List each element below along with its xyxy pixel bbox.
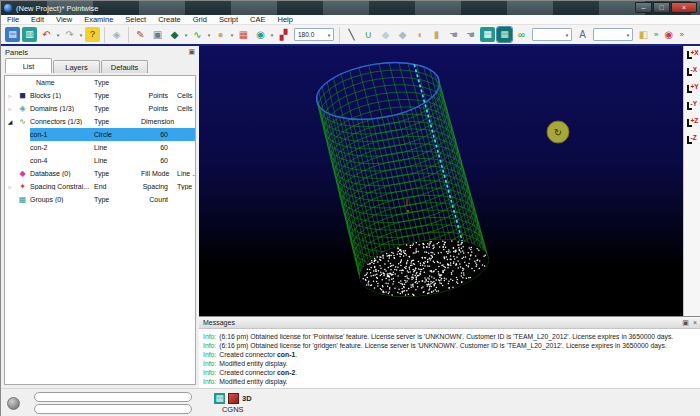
view-plusx-button[interactable]: +X — [685, 48, 700, 63]
toolbar: ▤▥↶▾↷▾?◈✎▣◆▾∿▾●▾▦◉▾▞180.0▾╲∪◆◆◖▮☚☚▦▦∞▾A▾… — [1, 25, 700, 44]
extrude-block-icon[interactable]: ▮ — [429, 27, 444, 42]
domain-tool-icon[interactable]: ◆ — [378, 27, 393, 42]
toolbar-overflow-2[interactable]: » — [679, 30, 683, 39]
toolbar-separator — [104, 27, 105, 43]
solid-diamond-icon[interactable]: ◆ — [167, 27, 182, 42]
tree-row-value1: Count — [141, 196, 168, 203]
menu-edit[interactable]: Edit — [25, 15, 50, 25]
spacing-combo-caret-icon[interactable]: ▾ — [624, 32, 632, 38]
tree-row-domains-1-3-[interactable]: ▹◈Domains (1/3)TypePointsCells — [5, 102, 195, 115]
messages-float-icon[interactable]: ▣ — [682, 319, 689, 327]
spline-icon-caret-icon[interactable]: ▾ — [206, 32, 212, 38]
undo-icon[interactable]: ↶ — [39, 27, 54, 42]
tree-row-con-2[interactable]: con-2Line60 — [5, 141, 195, 154]
redo-icon[interactable]: ↷ — [62, 27, 77, 42]
mask-teal-icon[interactable]: ◉ — [253, 27, 268, 42]
domain-tool2-icon[interactable]: ◆ — [395, 27, 410, 42]
paintbrush-icon[interactable]: ✎ — [133, 27, 148, 42]
angle-combo-caret-icon[interactable]: ▾ — [325, 32, 333, 38]
maximize-button[interactable]: □ — [653, 2, 670, 13]
palette-icon[interactable]: ▦ — [236, 27, 251, 42]
mask-teal-icon-caret-icon[interactable]: ▾ — [269, 32, 275, 38]
tree-row-value2: Line ... — [168, 170, 195, 177]
layers-gold-icon[interactable]: ◧ — [636, 27, 651, 42]
mask-red-icon[interactable]: ◉ — [661, 27, 676, 42]
menu-examine[interactable]: Examine — [78, 15, 119, 25]
tree-row-name: Database (0) — [30, 170, 92, 177]
minimize-button[interactable]: – — [635, 2, 652, 13]
grab-hand2-icon[interactable]: ☚ — [463, 27, 478, 42]
solve-grid-icon[interactable]: ▦ — [480, 27, 495, 42]
cae-solver-cluster[interactable]: ▦ 3D CGNS — [214, 393, 252, 414]
axis-label: -Y — [691, 100, 698, 107]
curve-tool-icon[interactable]: ∪ — [361, 27, 376, 42]
undo-icon-caret-icon[interactable]: ▾ — [55, 32, 61, 38]
tree-row-blocks-1-[interactable]: ▹◼Blocks (1)TypePointsCells — [5, 89, 195, 102]
transform-icon[interactable]: ▞ — [276, 27, 291, 42]
view-minusz-button[interactable]: -Z — [685, 133, 700, 148]
spacing-text-icon[interactable]: A — [575, 27, 590, 42]
message-line: Info:(6:16 pm) Obtained license for 'Poi… — [203, 332, 700, 341]
pointwise-window: (New Project)* Pointwise – □ × FileEditV… — [0, 0, 700, 416]
expand-icon[interactable]: ▹ — [5, 105, 15, 112]
status-field-1[interactable] — [34, 392, 192, 402]
solid-diamond-icon-caret-icon[interactable]: ▾ — [183, 32, 189, 38]
spacing-combo[interactable]: ▾ — [593, 28, 633, 41]
surface-icon-caret-icon[interactable]: ▾ — [229, 32, 235, 38]
line-tool-icon[interactable]: ╲ — [344, 27, 359, 42]
grab-hand-icon[interactable]: ☚ — [446, 27, 461, 42]
tree-header-row: NameType — [5, 76, 195, 89]
expand-icon[interactable]: ▹ — [5, 92, 15, 99]
messages-log[interactable]: Info:(6:16 pm) Obtained license for 'Poi… — [199, 329, 700, 387]
view-axis-toolbar: +X-X+Y-Y+Z-Z — [683, 46, 700, 316]
solve-grid-active-icon[interactable]: ▦ — [497, 27, 512, 42]
panel-float-icon[interactable]: ▣ — [188, 48, 195, 56]
view-minusy-button[interactable]: -Y — [685, 99, 700, 114]
menu-file[interactable]: File — [1, 15, 25, 25]
extrude-dome-icon[interactable]: ◖ — [412, 27, 427, 42]
view-plusz-button[interactable]: +Z — [685, 116, 700, 131]
menu-help[interactable]: Help — [271, 15, 298, 25]
view-minusx-button[interactable]: -X — [685, 65, 700, 80]
menu-view[interactable]: View — [50, 15, 78, 25]
block-icon: ◼ — [15, 91, 30, 100]
menu-script[interactable]: Script — [213, 15, 244, 25]
title-bar[interactable]: (New Project)* Pointwise – □ × — [1, 1, 700, 15]
view-plusy-button[interactable]: +Y — [685, 82, 700, 97]
menu-bar: FileEditViewExamineSelectCreateGridScrip… — [1, 15, 700, 25]
tree-row-connectors-1-3-[interactable]: ◢∿Connectors (1/3)TypeDimension — [5, 115, 195, 128]
wireframe-cube-icon[interactable]: ▣ — [150, 27, 165, 42]
toolbar-overflow-1[interactable]: » — [654, 30, 658, 39]
tab-layers[interactable]: Layers — [53, 60, 100, 73]
connector-dimension-icon[interactable]: ∞ — [514, 27, 529, 42]
status-field-2[interactable] — [34, 404, 192, 414]
tree-row-groups-0-[interactable]: ▦Groups (0)TypeCount — [5, 193, 195, 206]
open-project-icon[interactable]: ▥ — [22, 27, 37, 42]
menu-cae[interactable]: CAE — [244, 15, 271, 25]
tree-row-con-1[interactable]: con-1Circle60 — [5, 128, 195, 141]
message-line: Info:Modified entity display. — [203, 359, 700, 368]
dimension-combo-caret-icon[interactable]: ▾ — [563, 32, 571, 38]
expand-icon[interactable]: ▹ — [5, 183, 15, 190]
dimension-combo[interactable]: ▾ — [532, 28, 572, 41]
menu-grid[interactable]: Grid — [187, 15, 213, 25]
angle-combo[interactable]: 180.0▾ — [294, 28, 334, 41]
spline-icon[interactable]: ∿ — [190, 27, 205, 42]
jewel-icon[interactable]: ◈ — [109, 27, 124, 42]
3d-viewport[interactable]: ↻ — [199, 46, 683, 316]
messages-close-icon[interactable]: × — [693, 319, 697, 326]
menu-create[interactable]: Create — [152, 15, 187, 25]
save-icon[interactable]: ▤ — [5, 27, 20, 42]
redo-icon-caret-icon[interactable]: ▾ — [78, 32, 84, 38]
tree-row-type: Type — [92, 105, 141, 112]
tab-defaults[interactable]: Defaults — [101, 60, 148, 73]
tree-row-con-4[interactable]: con-4Line60 — [5, 154, 195, 167]
tree-row-spacing-constrai-[interactable]: ▹✦Spacing Constrai...EndSpacingType — [5, 180, 195, 193]
collapse-icon[interactable]: ◢ — [5, 118, 15, 125]
tree-row-database-0-[interactable]: ◆Database (0)TypeFill ModeLine ... — [5, 167, 195, 180]
surface-icon[interactable]: ● — [213, 27, 228, 42]
tab-list[interactable]: List — [5, 58, 52, 73]
close-button[interactable]: × — [671, 2, 697, 13]
help-icon[interactable]: ? — [85, 27, 100, 42]
menu-select[interactable]: Select — [119, 15, 152, 25]
